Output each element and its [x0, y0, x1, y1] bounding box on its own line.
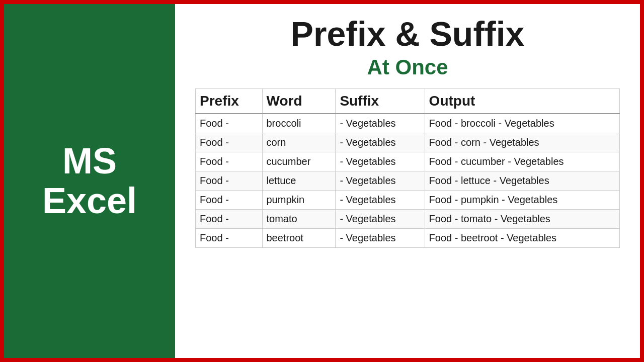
- cell-word: broccoli: [262, 114, 336, 133]
- col-word: Word: [262, 89, 336, 114]
- table-row: Food -lettuce- VegetablesFood - lettuce …: [196, 171, 620, 191]
- sidebar-line2: Excel: [42, 180, 137, 221]
- cell-output: Food - pumpkin - Vegetables: [425, 191, 619, 210]
- cell-word: corn: [262, 133, 336, 152]
- sidebar: MS Excel: [4, 4, 175, 358]
- main-heading: Prefix & Suffix: [195, 14, 620, 53]
- cell-suffix: - Vegetables: [336, 171, 425, 191]
- table-row: Food -tomato- VegetablesFood - tomato - …: [196, 210, 620, 229]
- sidebar-title: MS Excel: [42, 141, 137, 221]
- cell-suffix: - Vegetables: [336, 210, 425, 229]
- table-header-row: Prefix Word Suffix Output: [196, 89, 620, 114]
- table-row: Food -corn- VegetablesFood - corn - Vege…: [196, 133, 620, 152]
- table-row: Food -broccoli- VegetablesFood - broccol…: [196, 114, 620, 133]
- col-suffix: Suffix: [336, 89, 425, 114]
- cell-prefix: Food -: [196, 229, 263, 248]
- cell-prefix: Food -: [196, 152, 263, 171]
- cell-prefix: Food -: [196, 133, 263, 152]
- col-prefix: Prefix: [196, 89, 263, 114]
- cell-output: Food - corn - Vegetables: [425, 133, 619, 152]
- cell-word: cucumber: [262, 152, 336, 171]
- cell-suffix: - Vegetables: [336, 229, 425, 248]
- cell-prefix: Food -: [196, 114, 263, 133]
- cell-prefix: Food -: [196, 191, 263, 210]
- cell-suffix: - Vegetables: [336, 191, 425, 210]
- table-row: Food -cucumber- VegetablesFood - cucumbe…: [196, 152, 620, 171]
- sub-heading: At Once: [195, 55, 620, 79]
- cell-output: Food - beetroot - Vegetables: [425, 229, 619, 248]
- cell-word: tomato: [262, 210, 336, 229]
- cell-suffix: - Vegetables: [336, 114, 425, 133]
- cell-suffix: - Vegetables: [336, 152, 425, 171]
- cell-prefix: Food -: [196, 210, 263, 229]
- main-content: Prefix & Suffix At Once Prefix Word Suff…: [175, 4, 640, 358]
- sidebar-line1: MS: [62, 141, 117, 181]
- cell-output: Food - lettuce - Vegetables: [425, 171, 619, 191]
- cell-word: lettuce: [262, 171, 336, 191]
- cell-output: Food - broccoli - Vegetables: [425, 114, 619, 133]
- cell-output: Food - cucumber - Vegetables: [425, 152, 619, 171]
- cell-suffix: - Vegetables: [336, 133, 425, 152]
- app-container: MS Excel Prefix & Suffix At Once Prefix …: [0, 0, 644, 362]
- cell-output: Food - tomato - Vegetables: [425, 210, 619, 229]
- data-table: Prefix Word Suffix Output Food -broccoli…: [195, 88, 620, 248]
- cell-word: beetroot: [262, 229, 336, 248]
- col-output: Output: [425, 89, 619, 114]
- cell-prefix: Food -: [196, 171, 263, 191]
- table-row: Food -pumpkin- VegetablesFood - pumpkin …: [196, 191, 620, 210]
- table-row: Food -beetroot- VegetablesFood - beetroo…: [196, 229, 620, 248]
- cell-word: pumpkin: [262, 191, 336, 210]
